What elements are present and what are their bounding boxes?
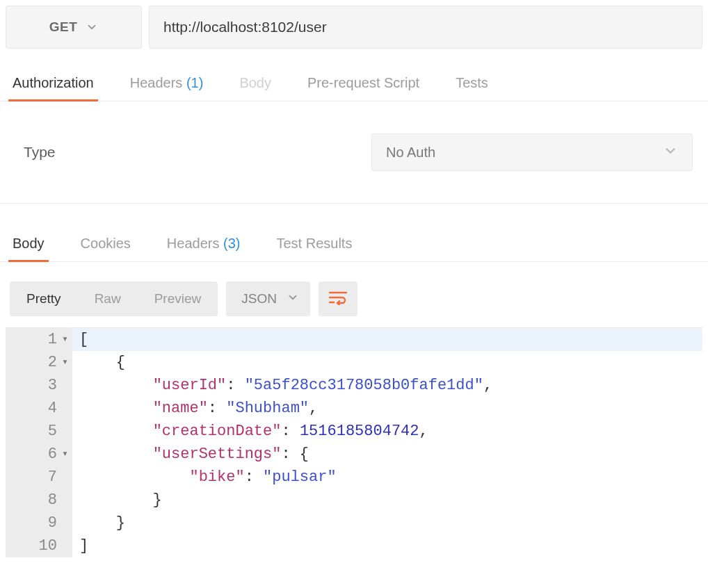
gutter: 2▾ (6, 351, 72, 374)
gutter: 7 (6, 466, 72, 489)
code-line-content: } (72, 489, 702, 512)
view-preview-button[interactable]: Preview (138, 281, 218, 316)
view-raw-button[interactable]: Raw (78, 281, 138, 316)
code-line-content: "userSettings": { (72, 443, 702, 466)
code-line: 8 } (6, 489, 702, 512)
code-line-content: "name": "Shubham", (72, 397, 702, 420)
request-url-input[interactable] (149, 6, 702, 49)
line-wrap-button[interactable] (319, 281, 357, 316)
code-line: 2▾ { (6, 351, 702, 374)
auth-type-value: No Auth (386, 145, 435, 161)
code-line-content: [ (72, 328, 702, 351)
auth-type-select[interactable]: No Auth (371, 133, 693, 171)
tab-body-response[interactable]: Body (10, 229, 47, 261)
tab-body-request[interactable]: Body (236, 68, 274, 101)
line-wrap-icon (328, 290, 348, 308)
gutter: 1▾ (6, 328, 72, 351)
view-mode-group: Pretty Raw Preview (10, 281, 218, 316)
fold-toggle-icon[interactable]: ▾ (60, 334, 68, 345)
request-tabs: Authorization Headers (1) Body Pre-reque… (0, 68, 708, 101)
code-line-content: } (72, 512, 702, 534)
tab-headers[interactable]: Headers (1) (127, 68, 207, 101)
view-pretty-button[interactable]: Pretty (10, 281, 78, 316)
tab-response-headers-count: (3) (223, 236, 240, 251)
gutter: 10 (6, 534, 72, 557)
chevron-down-icon (86, 21, 98, 33)
code-line: 1▾[ (6, 328, 702, 351)
fold-toggle-icon[interactable]: ▾ (60, 357, 68, 368)
gutter: 5 (6, 420, 72, 443)
code-line-content: "userId": "5a5f28cc3178058b0fafe1dd", (72, 374, 702, 397)
code-line: 7 "bike": "pulsar" (6, 466, 702, 489)
tab-headers-label: Headers (130, 75, 183, 90)
response-body-code[interactable]: 1▾[2▾ {3 "userId": "5a5f28cc3178058b0faf… (6, 327, 702, 557)
body-format-select[interactable]: JSON (226, 281, 310, 316)
auth-type-label: Type (24, 144, 330, 161)
gutter: 8 (6, 489, 72, 512)
code-line: 10] (6, 534, 702, 557)
tab-authorization[interactable]: Authorization (10, 68, 97, 101)
code-line-content: ] (72, 534, 702, 557)
fold-toggle-icon[interactable]: ▾ (60, 449, 68, 459)
request-bar: GET (0, 0, 708, 53)
tab-test-results[interactable]: Test Results (273, 229, 355, 261)
tab-prerequest-script[interactable]: Pre-request Script (305, 68, 422, 101)
response-view-toolbar: Pretty Raw Preview JSON (0, 281, 708, 316)
code-line: 9 } (6, 512, 702, 534)
gutter: 4 (6, 397, 72, 420)
tab-cookies[interactable]: Cookies (78, 229, 134, 261)
code-line: 4 "name": "Shubham", (6, 397, 702, 420)
tab-response-headers[interactable]: Headers (3) (164, 229, 243, 261)
http-method-select[interactable]: GET (6, 6, 142, 49)
code-line-content: "bike": "pulsar" (72, 466, 702, 489)
code-line: 3 "userId": "5a5f28cc3178058b0fafe1dd", (6, 374, 702, 397)
gutter: 6▾ (6, 443, 72, 466)
tab-headers-count: (1) (186, 75, 203, 90)
code-line-content: { (72, 351, 702, 374)
code-line-content: "creationDate": 1516185804742, (72, 420, 702, 443)
authorization-panel: Type No Auth (0, 101, 708, 204)
response-tabs: Body Cookies Headers (3) Test Results (0, 229, 708, 262)
code-line: 5 "creationDate": 1516185804742, (6, 420, 702, 443)
tab-response-headers-label: Headers (167, 236, 220, 251)
gutter: 9 (6, 512, 72, 534)
body-format-label: JSON (241, 291, 277, 307)
tab-tests[interactable]: Tests (453, 68, 491, 101)
code-line: 6▾ "userSettings": { (6, 443, 702, 466)
chevron-down-icon (663, 143, 678, 162)
chevron-down-icon (287, 291, 299, 307)
gutter: 3 (6, 374, 72, 397)
http-method-label: GET (49, 19, 78, 35)
